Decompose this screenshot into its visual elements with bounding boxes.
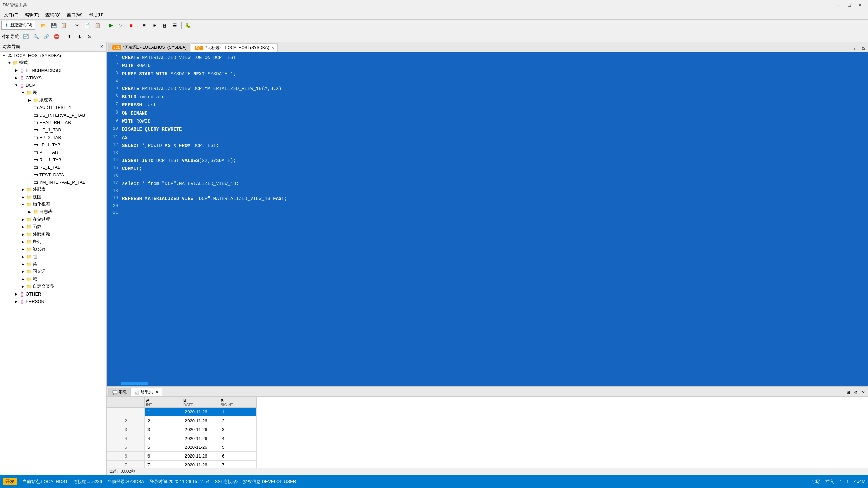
tree-node-packages[interactable]: ▶ 📁 包 [0,253,106,260]
results-settings-button[interactable]: ⚙ [852,389,859,395]
tree-node-hp1[interactable]: ▶ 🗃 HP_1_TAB [0,126,106,134]
table-view-button[interactable]: ▦ [160,21,170,30]
row-num-cell: 3 [107,425,145,434]
format-button[interactable]: ≡ [140,21,149,30]
table-row[interactable]: 442020-11-264 [107,434,257,443]
expand-icon: ▶ [20,277,26,281]
tree-node-custom-types[interactable]: ▶ 📁 自定义类型 [0,283,106,290]
tree-label: 域 [33,276,37,282]
restore-editor-button[interactable]: ⧉ [860,46,867,52]
expand-icon: ▶ [20,240,26,244]
close-button[interactable]: ✕ [855,2,865,8]
code-line-10: 10 DISABLE QUERY REWRITE [107,125,868,134]
tree-node-procs[interactable]: ▶ 📁 存储过程 [0,216,106,223]
tree-node-benchmarksql[interactable]: ▶ {} BENCHMARKSQL [0,66,106,74]
tree-node-audit-test-1[interactable]: ▶ 🗃 AUDIT_TEST_1 [0,104,106,111]
run-script-button[interactable]: ▷ [116,21,126,30]
tree-node-dcp[interactable]: ▼ {} DCP [0,81,106,89]
table-icon: 🗃 [33,165,39,170]
status-login-label: 当前登录:SYSDBA [107,479,144,485]
menu-query[interactable]: 查询(Q) [43,11,63,19]
run-button[interactable]: ▶ [106,21,116,30]
tree-label: 物化视图 [33,201,50,207]
tree-node-localhost[interactable]: ▼ 🖧 LOCALHOST(SYSDBA) [0,52,106,59]
resultset-close-icon[interactable]: ✕ [156,390,158,394]
results-tab-messages[interactable]: 💬 消息 [108,388,131,396]
copy-button[interactable]: 📄 [83,21,92,30]
tab-close-2[interactable]: ✕ [271,46,274,50]
connect-button[interactable]: 🔗 [41,32,51,41]
menu-edit[interactable]: 编辑(E) [22,11,42,19]
table-icon: 🗃 [33,113,39,118]
close-sidebar-button[interactable]: ✕ [85,32,95,41]
tree-node-domains[interactable]: ▶ 📁 域 [0,275,106,283]
debug-button[interactable]: 🐛 [183,21,193,30]
tree-node-heap-rh[interactable]: ▶ 🗃 HEAP_RH_TAB [0,119,106,126]
tree-node-rh1[interactable]: ▶ 🗃 RH_1_TAB [0,156,106,163]
menu-window[interactable]: 窗口(W) [64,11,85,19]
minimize-button[interactable]: ─ [833,2,844,8]
table-row[interactable]: 772020-11-267 [107,461,257,468]
refresh-tree-button[interactable]: 🔄 [21,32,31,41]
tree-node-log-tables[interactable]: ▶ 📁 日志表 [0,208,106,216]
filter-button[interactable]: 🔍 [31,32,41,41]
tree-node-lp1[interactable]: ▶ 🗃 LP_1_TAB [0,141,106,148]
maximize-button[interactable]: □ [844,2,854,8]
tree-node-ext-tables[interactable]: ▶ 📁 外部表 [0,186,106,193]
table-row[interactable]: 552020-11-265 [107,443,257,452]
editor-hscroll[interactable] [107,382,868,386]
collapse-button[interactable]: ⬆ [65,32,74,41]
code-editor[interactable]: 1 CREATE MATERIALIZED VIEW LOG ON DCP.TE… [107,52,868,382]
tree-node-testdata[interactable]: ▶ 🗃 TEST_DATA [0,171,106,178]
tree-node-funcs[interactable]: ▶ 📁 函数 [0,223,106,230]
tree-node-ext-funcs[interactable]: ▶ 📁 外部函数 [0,230,106,238]
table-row[interactable]: 662020-11-266 [107,452,257,461]
grid-button[interactable]: ⊞ [150,21,159,30]
tree-node-hp2[interactable]: ▶ 🗃 HP_2_TAB [0,134,106,141]
tree-node-synonyms[interactable]: ▶ 📁 同义词 [0,268,106,275]
tree-node-other[interactable]: ▶ {} OTHER [0,290,106,298]
new-query-button[interactable]: ✦ 新建查询(N) [1,21,35,30]
sidebar-close-icon[interactable]: ✕ [100,44,104,49]
tree-node-systables[interactable]: ▶ 📁 系统表 [0,96,106,104]
tree-node-ym-interval[interactable]: ▶ 🗃 YM_INTERVAL_P_TAB [0,178,106,186]
tree-node-schemas[interactable]: ▼ 📁 模式 [0,59,106,66]
tree-node-sequences[interactable]: ▶ 📁 序列 [0,238,106,245]
results-expand-button[interactable]: ⊞ [845,389,852,395]
open-button[interactable]: 📂 [39,21,48,30]
cut-button[interactable]: ✂ [73,21,82,30]
maximize-editor-button[interactable]: □ [852,46,859,52]
form-view-button[interactable]: ☰ [170,21,180,30]
tree-node-classes[interactable]: ▶ 📁 类 [0,260,106,268]
status-port-label: 连接端口:5236 [73,479,102,485]
table-row[interactable]: 332020-11-263 [107,425,257,434]
results-close-button[interactable]: ✕ [860,389,867,395]
results-tab-resultset[interactable]: 📊 结果集 ✕ [131,388,162,396]
expand-button[interactable]: ⬇ [75,32,84,41]
tree-node-views[interactable]: ▶ 📁 视图 [0,193,106,201]
paste-button[interactable]: 📋 [93,21,102,30]
tree-label: PERSON [26,299,44,304]
stop-button[interactable]: ■ [126,21,136,30]
tree-node-ctisys[interactable]: ▶ {} CTISYS [0,74,106,81]
tree-node-person[interactable]: ▶ {} PERSON [0,298,106,305]
save-all-button[interactable]: 📋 [59,21,69,30]
code-line-3: 3 PURGE START WITH SYSDATE NEXT SYSDATE+… [107,70,868,78]
disconnect-button[interactable]: ⛔ [52,32,61,41]
menu-help[interactable]: 帮助(H) [86,11,106,19]
tab-untitled1[interactable]: SQL *无标题1 - LOCALHOST(SYSDBA) [108,43,190,52]
tree-node-rl1[interactable]: ▶ 🗃 RL_1_TAB [0,163,106,171]
expand-icon: ▶ [20,262,26,266]
tree-node-mat-views[interactable]: ▼ 📁 物化视图 [0,201,106,208]
minimize-editor-button[interactable]: ─ [845,46,852,52]
table-row[interactable]: 222020-11-262 [107,416,257,425]
save-button[interactable]: 💾 [49,21,59,30]
tree-node-tables[interactable]: ▼ 📁 表 [0,89,106,96]
folder-icon: 📁 [12,60,18,65]
menu-file[interactable]: 文件(F) [1,11,21,19]
tree-node-triggers[interactable]: ▶ 📁 触发器 [0,245,106,253]
tree-node-p1[interactable]: ▶ 🗃 P_1_TAB [0,148,106,156]
tree-node-ds-interval[interactable]: ▶ 🗃 DS_INTERVAL_P_TAB [0,111,106,119]
tab-untitled2[interactable]: SQL *无标题2 - LOCALHOST(SYSDBA) ✕ [191,43,277,52]
table-row[interactable]: 112020-11-261 [107,408,257,416]
